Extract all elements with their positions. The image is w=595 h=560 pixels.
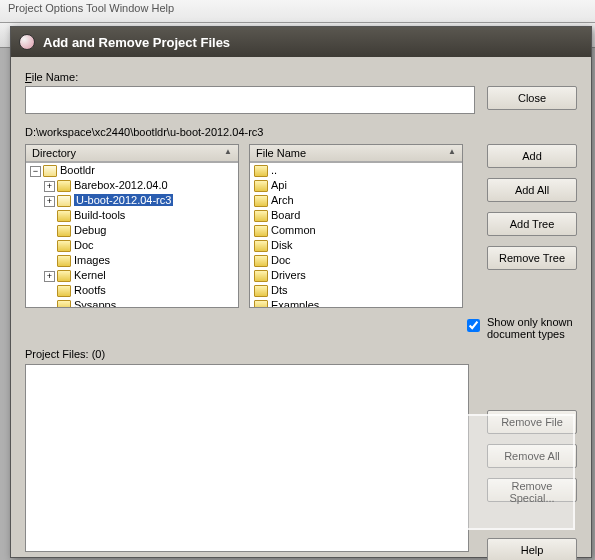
- dialog-title: Add and Remove Project Files: [43, 35, 230, 49]
- add-remove-dialog: Add and Remove Project Files File Name: …: [10, 26, 592, 48]
- main-menu-bar: Project Options Tool Window Help: [0, 0, 595, 23]
- close-orb-icon[interactable]: [19, 34, 35, 48]
- dialog-titlebar[interactable]: Add and Remove Project Files: [11, 27, 591, 48]
